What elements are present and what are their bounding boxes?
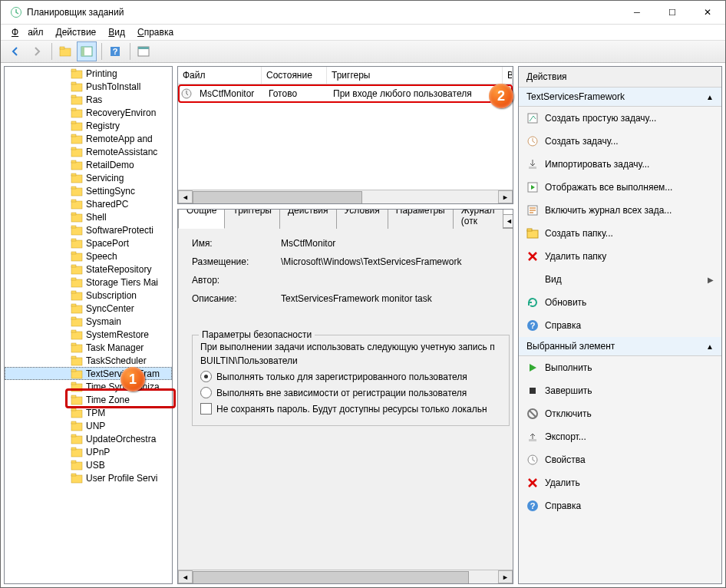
stop-icon (526, 385, 539, 397)
task-row[interactable]: MsCtfMonitor Готово При входе любого пол… (178, 84, 513, 103)
tree-item[interactable]: RetailDemo (5, 158, 172, 171)
menu-action[interactable]: Действие (51, 25, 101, 39)
tree-item[interactable]: Time Zone (5, 393, 172, 406)
forward-button[interactable] (27, 41, 47, 61)
action-delete[interactable]: Удалить (519, 471, 721, 494)
actions-pane: Действия TextServicesFramework▲ Создать … (518, 66, 722, 584)
tree-item[interactable]: USB (5, 458, 172, 471)
action-help[interactable]: ?Справка (519, 314, 721, 337)
tree-item[interactable]: RemoteApp and (5, 132, 172, 145)
menu-view[interactable]: Вид (104, 25, 130, 39)
actions-section-1[interactable]: TextServicesFramework▲ (519, 88, 721, 107)
tab[interactable]: Общие (178, 209, 225, 229)
action-export[interactable]: Экспорт... (519, 425, 721, 448)
tab-prev[interactable]: ◄ (503, 214, 513, 228)
tree-item[interactable]: Ras (5, 93, 172, 106)
action-delete-x[interactable]: Удалить папку (519, 245, 721, 268)
tree-item[interactable]: SpacePort (5, 236, 172, 249)
callout-1: 1 (120, 367, 145, 391)
action-folder[interactable]: Создать папку... (519, 222, 721, 245)
maximize-button[interactable]: ☐ (655, 1, 690, 24)
tree-item[interactable]: UNP (5, 419, 172, 432)
svg-rect-33 (71, 227, 82, 235)
tree-item[interactable]: SoftwareProtecti (5, 223, 172, 236)
svg-rect-31 (71, 214, 82, 222)
tree-item[interactable]: Servicing (5, 171, 172, 184)
tree-item[interactable]: User Profile Servi (5, 471, 172, 484)
tree-item[interactable]: TPM (5, 406, 172, 419)
action-refresh[interactable]: Обновить (519, 291, 721, 314)
action-view[interactable]: Вид▶ (519, 268, 721, 291)
action-props[interactable]: Свойства (519, 448, 721, 471)
hscroll[interactable]: ◄► (178, 190, 513, 203)
tree-item[interactable]: RecoveryEnviron (5, 106, 172, 119)
tab[interactable]: Триггеры (224, 209, 280, 229)
svg-rect-9 (71, 71, 82, 78)
tool-schedule-button[interactable] (134, 41, 153, 61)
tab[interactable]: Параметры (388, 209, 454, 229)
tree-item[interactable]: Speech (5, 249, 172, 263)
export-icon (526, 431, 539, 443)
tree-item[interactable]: TextServicesFram (5, 367, 172, 380)
tree-item[interactable]: TaskScheduler (5, 354, 172, 367)
security-account: BUILTIN\Пользователи (200, 355, 501, 366)
tree-item[interactable]: UpdateOrchestra (5, 432, 172, 445)
tree-item[interactable]: SettingSync (5, 184, 172, 197)
actions-section-2[interactable]: Выбранный элемент▲ (519, 337, 721, 356)
menu-help[interactable]: Справка (133, 25, 178, 39)
action-import[interactable]: Импортировать задачу... (519, 153, 721, 176)
tree-item[interactable]: SyncCenter (5, 302, 172, 315)
clock-icon (181, 88, 192, 99)
tool-help-button[interactable]: ? (105, 41, 125, 61)
svg-rect-66 (71, 434, 76, 437)
tree-item[interactable]: Shell (5, 210, 172, 223)
name-value: MsCtfMonitor (281, 238, 510, 249)
task-name: MsCtfMonitor (195, 88, 264, 99)
tree-item[interactable]: Printing (5, 67, 172, 80)
task-list: Файл Состояние Триггеры Врем MsCtfMonito… (177, 66, 513, 204)
detail-hscroll[interactable]: ◄► (178, 570, 513, 583)
action-disable[interactable]: Отключить (519, 402, 721, 425)
tree-item[interactable]: Storage Tiers Mai (5, 276, 172, 289)
col-time[interactable]: Врем (503, 67, 513, 84)
action-run[interactable]: Выполнить (519, 356, 721, 379)
svg-text:?: ? (113, 47, 118, 56)
tree-item[interactable]: Task Manager (5, 341, 172, 354)
tree-item[interactable]: Sysmain (5, 315, 172, 328)
tool-folder-button[interactable] (55, 41, 75, 61)
tree-item[interactable]: Registry (5, 119, 172, 132)
svg-rect-50 (71, 330, 76, 332)
minimize-button[interactable]: ─ (619, 1, 655, 24)
action-running[interactable]: Отображать все выполняем... (519, 176, 721, 199)
tree-item[interactable]: SystemRestore (5, 328, 172, 341)
tool-panel-button[interactable] (77, 41, 97, 61)
opt-registered[interactable]: Выполнять только для зарегистрированного… (200, 371, 501, 382)
action-wizard[interactable]: Создать простую задачу... (519, 107, 721, 130)
tree-item[interactable]: Time Synchroniza (5, 380, 172, 393)
action-new-task[interactable]: Создать задачу... (519, 130, 721, 153)
opt-nopass[interactable]: Не сохранять пароль. Будут доступны ресу… (200, 403, 501, 415)
col-triggers[interactable]: Триггеры (327, 67, 503, 84)
tree-item[interactable]: RemoteAssistanc (5, 145, 172, 158)
svg-text:?: ? (530, 321, 536, 330)
menu-file[interactable]: Файл (7, 25, 48, 39)
opt-any[interactable]: Выполнять вне зависимости от регистрации… (200, 387, 501, 398)
tab[interactable]: Журнал (отк (453, 209, 503, 229)
tree-item[interactable]: PushToInstall (5, 80, 172, 93)
tree-item[interactable]: SharedPC (5, 197, 172, 210)
svg-rect-87 (529, 439, 536, 441)
back-button[interactable] (5, 41, 25, 61)
tab[interactable]: Условия (336, 209, 388, 229)
col-file[interactable]: Файл (178, 67, 262, 84)
close-button[interactable]: ✕ (690, 1, 725, 24)
svg-text:?: ? (530, 501, 536, 510)
action-help[interactable]: ?Справка (519, 494, 721, 517)
tree-item[interactable]: Subscription (5, 289, 172, 302)
col-state[interactable]: Состояние (262, 67, 327, 84)
tree-pane: PrintingPushToInstallRasRecoveryEnvironR… (4, 66, 173, 584)
tab[interactable]: Действия (279, 209, 337, 229)
tree-item[interactable]: StateRepository (5, 263, 172, 276)
action-stop[interactable]: Завершить (519, 379, 721, 402)
tree-item[interactable]: UPnP (5, 445, 172, 458)
action-log[interactable]: Включить журнал всех зада... (519, 199, 721, 222)
